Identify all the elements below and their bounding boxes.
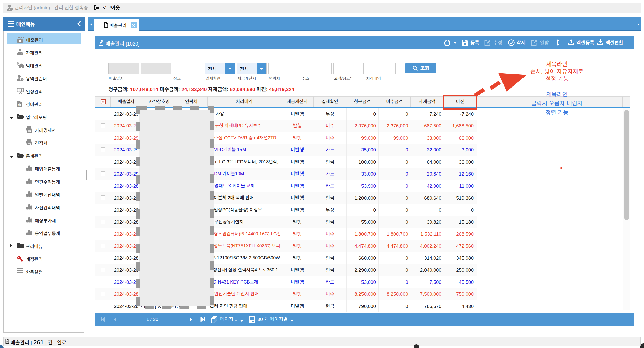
- svg-text:$: $: [18, 103, 20, 107]
